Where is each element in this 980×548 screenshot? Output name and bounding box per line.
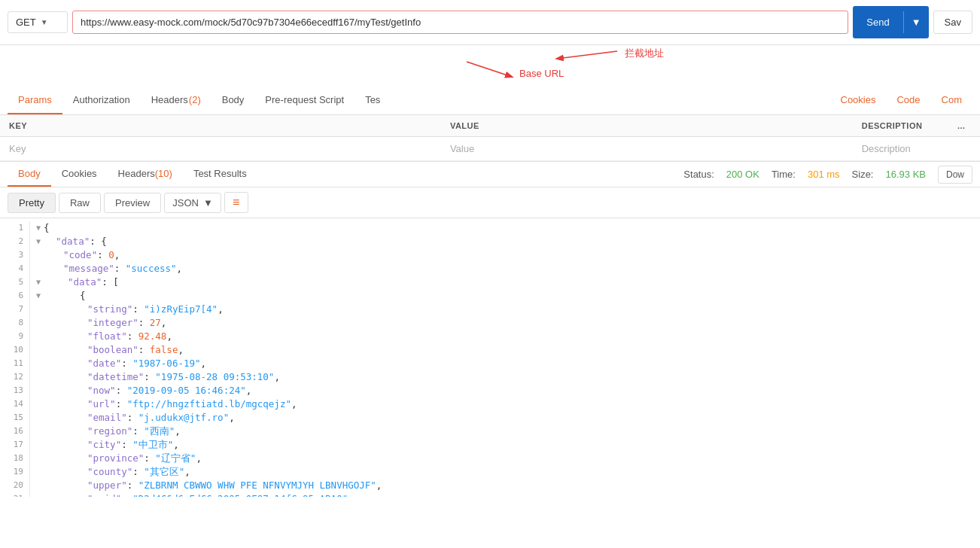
send-label: Send bbox=[853, 11, 902, 33]
url-input[interactable] bbox=[72, 11, 848, 34]
send-arrow[interactable]: ▼ bbox=[903, 11, 929, 33]
json-line: 3"code": 0, bbox=[0, 248, 980, 262]
json-format-select[interactable]: JSON ▼ bbox=[164, 193, 221, 213]
json-line: 9"float": 92.48, bbox=[0, 330, 980, 343]
json-line: 6▼{ bbox=[0, 289, 980, 303]
tab-code-link[interactable]: Code bbox=[886, 87, 930, 114]
key-placeholder[interactable]: Key bbox=[0, 137, 441, 161]
tab-tests[interactable]: Tes bbox=[355, 87, 391, 114]
value-placeholder[interactable]: Value bbox=[441, 137, 853, 161]
json-code-area[interactable]: 1▼{2▼"data": {3"code": 0,4"message": "su… bbox=[0, 218, 980, 497]
raw-button[interactable]: Raw bbox=[59, 193, 101, 213]
col-key-header: KEY bbox=[0, 115, 441, 137]
json-line: 16"region": "西南", bbox=[0, 425, 980, 438]
annotation-area: 拦截地址 Base URL bbox=[0, 45, 980, 87]
req-tabs-right: Cookies Code Com bbox=[830, 87, 973, 114]
json-line: 13"now": "2019-09-05 16:46:24", bbox=[0, 384, 980, 397]
resp-tab-test-results[interactable]: Test Results bbox=[183, 162, 257, 187]
tab-authorization[interactable]: Authorization bbox=[62, 87, 141, 114]
params-table: KEY VALUE DESCRIPTION ... Key Value Desc… bbox=[0, 115, 980, 161]
json-line: 12"datetime": "1975-08-28 09:53:10", bbox=[0, 370, 980, 384]
preview-button[interactable]: Preview bbox=[104, 193, 161, 213]
tab-pre-request-script[interactable]: Pre-request Script bbox=[254, 87, 355, 114]
response-tabs: Body Cookies Headers(10) Test Results St… bbox=[0, 161, 980, 187]
description-placeholder[interactable]: Description bbox=[853, 137, 948, 161]
method-arrow: ▼ bbox=[41, 18, 48, 26]
tab-cookies-link[interactable]: Cookies bbox=[830, 87, 887, 114]
method-select[interactable]: GET ▼ bbox=[8, 11, 68, 33]
svg-line-2 bbox=[557, 51, 617, 59]
json-line: 19"county": "其它区", bbox=[0, 465, 980, 479]
resp-tab-body[interactable]: Body bbox=[8, 162, 51, 187]
response-toolbar: Pretty Raw Preview JSON ▼ ≡ bbox=[0, 187, 980, 218]
tab-body[interactable]: Body bbox=[212, 87, 255, 114]
wrap-button[interactable]: ≡ bbox=[224, 192, 248, 213]
json-line: 7"string": "i)zRyEip7[4", bbox=[0, 303, 980, 316]
json-line: 2▼"data": { bbox=[0, 235, 980, 248]
json-line: 10"boolean": false, bbox=[0, 343, 980, 357]
json-line: 11"date": "1987-06-19", bbox=[0, 357, 980, 370]
intercept-annotation: 拦截地址 bbox=[625, 47, 664, 60]
pretty-button[interactable]: Pretty bbox=[8, 193, 56, 213]
resp-tab-headers[interactable]: Headers(10) bbox=[108, 162, 183, 187]
resp-tab-cookies[interactable]: Cookies bbox=[51, 162, 108, 187]
method-label: GET bbox=[16, 17, 36, 28]
request-tabs: Params Authorization Headers(2) Body Pre… bbox=[0, 87, 980, 115]
tab-com-link[interactable]: Com bbox=[931, 87, 972, 114]
time-label: Time: bbox=[772, 169, 796, 180]
col-value-header: VALUE bbox=[441, 115, 853, 137]
json-line: 15"email": "j.udukx@jtf.ro", bbox=[0, 411, 980, 425]
json-line: 17"city": "中卫市", bbox=[0, 438, 980, 452]
json-line: 4"message": "success", bbox=[0, 262, 980, 276]
json-line: 8"integer": 27, bbox=[0, 316, 980, 330]
tab-headers[interactable]: Headers(2) bbox=[141, 87, 212, 114]
send-button[interactable]: Send ▼ bbox=[853, 6, 928, 38]
status-label: Status: bbox=[683, 169, 714, 180]
download-button[interactable]: Dow bbox=[938, 166, 972, 184]
params-row-placeholder: Key Value Description bbox=[0, 137, 980, 161]
col-description-header: DESCRIPTION bbox=[853, 115, 948, 137]
json-line: 14"url": "ftp://hngzftiatd.lb/mgcqejz", bbox=[0, 397, 980, 411]
json-line: 5▼"data": [ bbox=[0, 276, 980, 289]
save-button[interactable]: Sav bbox=[933, 11, 972, 34]
base-url-annotation: Base URL bbox=[519, 68, 564, 79]
json-format-arrow: ▼ bbox=[203, 197, 213, 209]
json-line: 18"province": "辽宁省", bbox=[0, 452, 980, 465]
tab-params[interactable]: Params bbox=[8, 87, 62, 114]
size-value: 16.93 KB bbox=[885, 169, 926, 180]
response-status: Status: 200 OK Time: 301 ms Size: 16.93 … bbox=[683, 166, 972, 184]
json-line: 21"guid": "D2d4C6d6-EdCC-2095-0E87-14fCe… bbox=[0, 492, 980, 497]
col-more-header[interactable]: ... bbox=[948, 115, 980, 137]
url-bar: GET ▼ Send ▼ Sav bbox=[0, 0, 980, 45]
status-value: 200 OK bbox=[726, 169, 759, 180]
svg-line-3 bbox=[467, 62, 512, 77]
time-value: 301 ms bbox=[808, 169, 840, 180]
size-label: Size: bbox=[852, 169, 874, 180]
json-line: 20"upper": "ZLBRNM CBWWO WHW PFE NFNVYMJ… bbox=[0, 479, 980, 492]
json-format-label: JSON bbox=[172, 197, 199, 209]
json-line: 1▼{ bbox=[0, 221, 980, 235]
